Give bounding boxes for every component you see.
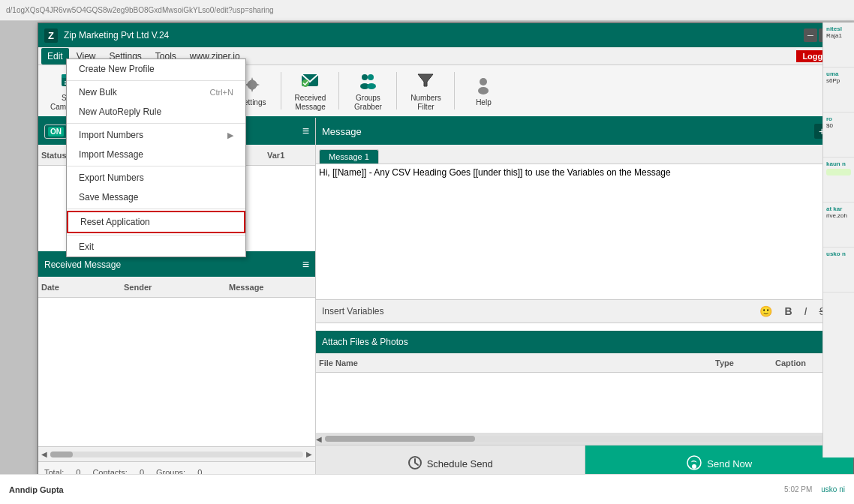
svg-point-19 (478, 87, 489, 94)
dropdown-new-autoreply-label: New AutoReply Rule (79, 106, 161, 117)
svg-marker-17 (418, 74, 433, 86)
url-bar: d/1ogXQsQ4JR6vw5O4GQS8w2eg9bBO8GxdMwsoiG… (0, 0, 854, 21)
right-panel: Message + − Message 1 Hi, [[Name]] - Any… (316, 118, 853, 482)
dropdown-reset-application[interactable]: Reset Application (67, 211, 245, 233)
dropdown-new-bulk[interactable]: New Bulk Ctrl+N (67, 82, 245, 102)
toolbar-help[interactable]: Help (461, 68, 506, 113)
right-chat-text-3: $0 (826, 122, 851, 129)
right-chat-text-2: s6Pp (826, 77, 851, 84)
dropdown-create-profile-label: Create New Profile (79, 64, 155, 74)
svg-point-13 (362, 74, 368, 80)
col-filename-header: File Name (319, 358, 715, 368)
footer-name: Anndip Gupta (9, 485, 64, 494)
toolbar-divider-7 (454, 72, 455, 110)
dropdown-divider-2 (67, 123, 245, 124)
attach-scroll-thumb (325, 436, 475, 442)
dropdown-divider-1 (67, 80, 245, 81)
groups-grabber-icon (357, 70, 378, 91)
toggle-on-text: ON (48, 127, 64, 136)
app-icon: Z (44, 28, 58, 43)
tab-message-1[interactable]: Message 1 (319, 149, 379, 164)
right-chat-text-1: Raja1 (826, 32, 851, 39)
toolbar-numbers-filter[interactable]: NumbersFilter (403, 68, 448, 113)
title-bar: Z Zip Marketing Pvt Ltd V.24 ─ □ ✕ (38, 23, 853, 47)
left-panel-scrollbar: ◀ ▶ (38, 446, 315, 461)
dropdown-export-numbers[interactable]: Export Numbers (67, 168, 245, 188)
received-message-label: ReceivedMessage (295, 94, 326, 112)
right-chat-name-5: at kar (826, 206, 851, 212)
message-area: Hi, [[Name]] - Any CSV Heading Goes [[un… (316, 164, 853, 331)
right-chat-name-6: usko n (826, 250, 851, 257)
right-chat-item-6: usko n (823, 248, 854, 292)
svg-point-12 (302, 80, 309, 87)
url-text: d/1ogXQsQ4JR6vw5O4GQS8w2eg9bBO8GxdMwsoiG… (6, 6, 274, 14)
attach-panel: Attach Files & Photos ≡ File Name Type C… (316, 331, 853, 445)
attach-header: Attach Files & Photos ≡ (316, 331, 853, 353)
dropdown-reset-label: Reset Application (80, 217, 150, 227)
col-type-header: Type (715, 358, 775, 368)
dropdown-divider-5 (67, 235, 245, 236)
schedule-send-label: Schedule Send (427, 458, 493, 470)
dropdown-exit[interactable]: Exit (67, 237, 245, 256)
groups-grabber-label: GroupsGrabber (354, 94, 382, 112)
bold-button[interactable]: B (781, 304, 795, 319)
svg-point-14 (368, 74, 374, 80)
emoji-button[interactable]: 🙂 (756, 304, 775, 319)
send-now-icon (686, 454, 702, 473)
col-date-header: Date (41, 283, 124, 292)
dropdown-save-message[interactable]: Save Message (67, 188, 245, 207)
app-title: Zip Marketing Pvt Ltd V.24 (64, 30, 169, 40)
right-chat-text-5: rive.zoh (826, 212, 851, 219)
dropdown-new-autoreply[interactable]: New AutoReply Rule (67, 102, 245, 122)
help-label: Help (476, 98, 492, 107)
dropdown-create-profile[interactable]: Create New Profile (67, 59, 245, 79)
help-icon (473, 74, 494, 95)
received-message-icon (299, 70, 320, 91)
col-sender-header: Sender (124, 283, 229, 292)
message-toolbar: Insert Variables 🙂 B I S ≡ (316, 299, 853, 323)
received-menu-icon[interactable]: ≡ (302, 258, 309, 272)
dropdown-import-message-label: Import Message (79, 149, 143, 160)
numbers-filter-label: NumbersFilter (410, 94, 441, 112)
dropdown-import-numbers-label: Import Numbers (79, 130, 143, 140)
dropdown-new-bulk-label: New Bulk (79, 87, 117, 98)
attach-table-header: File Name Type Caption (316, 353, 853, 373)
toggle-on[interactable]: ON (44, 124, 68, 139)
right-chat-panel: nitesl Raja1 uma s6Pp ro $0 kaun n at ka… (822, 22, 854, 458)
col-var1-header: Var1 (267, 151, 312, 160)
footer-time: 5:02 PM (784, 485, 812, 494)
attach-scroll-left[interactable]: ◀ (316, 435, 322, 443)
dropdown-divider-3 (67, 166, 245, 166)
scroll-track[interactable] (50, 452, 303, 458)
message-panel-header: Message + − (316, 118, 853, 145)
attach-scrollbar[interactable]: ◀ ▶ (316, 433, 853, 445)
dropdown-import-numbers[interactable]: Import Numbers ▶ (67, 125, 245, 145)
submenu-arrow-icon: ▶ (227, 130, 233, 140)
menu-edit[interactable]: Edit (41, 48, 69, 64)
minimize-button[interactable]: ─ (804, 28, 817, 42)
toolbar-received-message[interactable]: ReceivedMessage (287, 68, 332, 113)
right-chat-item-3: ro $0 (823, 112, 854, 158)
dropdown-export-numbers-label: Export Numbers (79, 172, 144, 183)
svg-point-16 (367, 83, 376, 89)
send-now-label: Send Now (707, 458, 752, 470)
received-table-header: Date Sender Message (38, 277, 315, 298)
dropdown-import-message[interactable]: Import Message (67, 145, 245, 164)
numbers-filter-icon (415, 70, 436, 91)
numbers-menu-icon[interactable]: ≡ (302, 124, 309, 138)
toolbar-divider-4 (281, 72, 281, 110)
message-content-area[interactable]: Hi, [[Name]] - Any CSV Heading Goes [[un… (316, 164, 853, 299)
attach-title: Attach Files & Photos (322, 337, 408, 347)
footer-preview: usko ni (821, 485, 845, 494)
right-chat-item-2: uma s6Pp (823, 68, 854, 112)
scroll-right-arrow[interactable]: ▶ (306, 450, 312, 458)
scroll-thumb (50, 452, 73, 458)
col-message-header: Message (229, 283, 312, 292)
insert-variables-label[interactable]: Insert Variables (322, 306, 383, 316)
dropdown-save-message-label: Save Message (79, 192, 138, 202)
footer-bar: Anndip Gupta 5:02 PM usko ni (0, 474, 854, 504)
scroll-left-arrow[interactable]: ◀ (41, 450, 47, 458)
received-header-title: Received Message (44, 260, 121, 270)
toolbar-groups-grabber[interactable]: GroupsGrabber (345, 68, 390, 113)
italic-button[interactable]: I (801, 304, 810, 319)
